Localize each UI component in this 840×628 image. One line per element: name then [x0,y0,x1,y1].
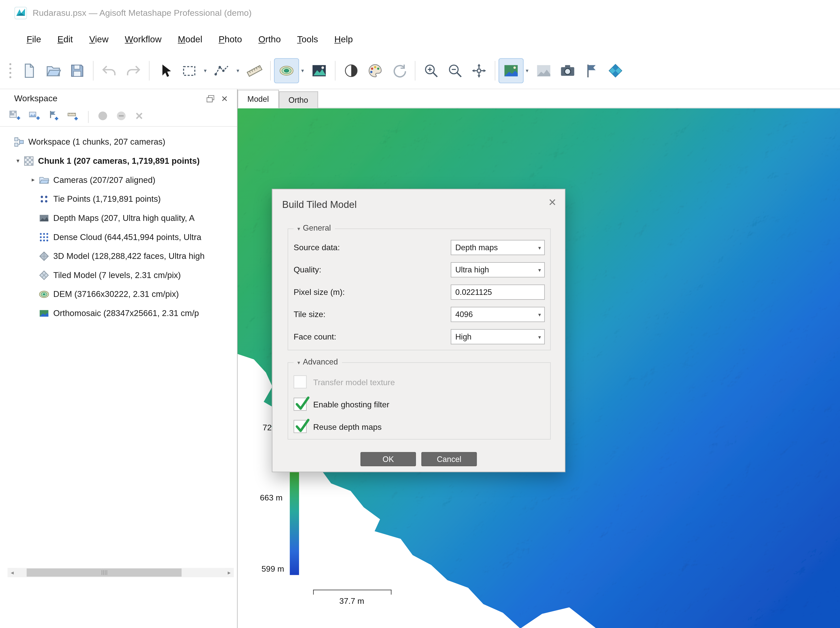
tree-item-dem[interactable]: DEM (37166x30222, 2.31 cm/pix) [0,285,237,304]
dropdown-value: High [455,332,472,341]
ruler-icon[interactable] [242,59,267,83]
tab-model[interactable]: Model [238,90,279,108]
redo-icon[interactable] [122,59,145,83]
checkbox-label: Transfer model texture [313,377,395,386]
tree-item-depth-maps[interactable]: Depth Maps (207, Ultra high quality, A [0,209,237,228]
menu-file[interactable]: File [19,31,49,48]
checkbox-label: Reuse depth maps [313,422,382,431]
close-panel-icon[interactable]: × [218,92,232,105]
scroll-left-icon[interactable]: ◄ [8,568,17,577]
tree-item-3d-model[interactable]: 3D Model (128,288,422 faces, Ultra high [0,247,237,266]
new-project-icon[interactable] [17,59,41,83]
tab-ortho[interactable]: Ortho [279,91,318,108]
tree-item-tiled-model[interactable]: Tiled Model (7 levels, 2.31 cm/pix) [0,266,237,285]
tree-item-label: Workspace (1 chunks, 207 cameras) [28,137,166,146]
palette-icon[interactable] [363,59,387,83]
expand-arrow-icon[interactable]: ▸ [29,176,37,183]
flag-icon[interactable] [579,59,603,83]
field-tile-size: Tile size: 4096▾ [294,306,545,322]
refresh-icon[interactable] [387,59,411,83]
float-panel-icon[interactable] [204,92,218,105]
seamlines-view-icon[interactable] [532,59,556,83]
menu-photo[interactable]: Photo [210,31,250,48]
tree-item-workspace[interactable]: Workspace (1 chunks, 207 cameras) [0,132,237,151]
enable-item-icon[interactable] [97,111,108,123]
tree-item-label: Tie Points (1,719,891 points) [53,194,161,204]
advanced-group-label[interactable]: ▾Advanced [294,358,342,366]
checkbox-checked-icon[interactable] [294,420,307,433]
chevron-down-icon: ▾ [538,245,541,250]
tile-size-dropdown[interactable]: 4096▾ [451,307,545,322]
tree-item-orthomosaic[interactable]: Orthomosaic (28347x25661, 2.31 cm/p [0,304,237,323]
collapse-arrow-icon[interactable]: ▾ [297,360,300,365]
tree-item-cameras[interactable]: ▸ Cameras (207/207 aligned) [0,170,237,190]
contrast-icon[interactable] [339,59,363,83]
select-arrow-icon[interactable] [153,59,177,83]
add-marker-icon[interactable] [48,110,60,124]
option-transfer-texture[interactable]: Transfer model texture [294,374,395,389]
toolbar-separator [93,61,93,81]
reset-view-icon[interactable] [603,59,627,83]
pixel-size-input[interactable] [455,288,540,296]
collapse-arrow-icon[interactable]: ▾ [297,226,300,232]
free-select-icon[interactable]: ▾ [210,59,234,83]
tree-item-dense-cloud[interactable]: Dense Cloud (644,451,994 points, Ultra [0,227,237,247]
rectangle-select-icon[interactable]: ▾ [177,59,201,83]
tree-item-label: Depth Maps (207, Ultra high quality, A [53,213,194,223]
tree-item-tie-points[interactable]: Tie Points (1,719,891 points) [0,189,237,209]
menu-edit[interactable]: Edit [49,31,81,48]
field-quality: Quality: Ultra high▾ [294,262,545,277]
menu-ortho[interactable]: Ortho [250,31,289,48]
checkbox-checked-icon[interactable] [294,398,307,411]
workspace-horizontal-scrollbar[interactable]: ◄ ► [8,568,234,577]
scrollbar-track[interactable] [17,568,224,577]
dem-shaded-view-icon[interactable]: ▾ [275,59,298,83]
collapse-arrow-icon[interactable]: ▾ [14,157,22,164]
field-pixel-size: Pixel size (m): [294,284,545,300]
general-group-label[interactable]: ▾General [294,224,335,233]
cancel-button[interactable]: Cancel [422,452,477,466]
ok-button[interactable]: OK [360,452,416,466]
zoom-in-icon[interactable] [419,59,443,83]
legend-label-high: 72 [262,423,272,432]
orthophoto-view-icon[interactable]: ▾ [499,59,523,83]
add-scalebar-icon[interactable] [67,110,79,124]
dialog-button-row: OK Cancel [272,452,565,466]
scroll-right-icon[interactable]: ► [224,568,234,577]
open-project-icon[interactable] [41,59,65,83]
cameras-folder-icon [38,174,49,185]
pixel-size-input-wrap [451,284,545,299]
face-count-dropdown[interactable]: High▾ [451,329,545,344]
add-photos-icon[interactable] [28,110,40,124]
save-icon[interactable] [65,59,89,83]
zoom-out-icon[interactable] [443,59,467,83]
menu-tools[interactable]: Tools [289,31,326,48]
menu-model[interactable]: Model [170,31,211,48]
tie-points-icon [38,193,49,204]
undo-icon[interactable] [97,59,122,83]
menu-workflow[interactable]: Workflow [117,31,170,48]
tree-item-chunk[interactable]: ▾ Chunk 1 (207 cameras, 1,719,891 points… [0,151,237,170]
field-label: Face count: [294,332,451,341]
quality-dropdown[interactable]: Ultra high▾ [451,262,545,277]
toolbar-drag-handle-icon[interactable] [5,59,15,83]
remove-item-icon[interactable] [134,111,144,123]
add-chunk-icon[interactable] [9,110,21,124]
textured-view-icon[interactable] [307,59,331,83]
option-ghosting-filter[interactable]: Enable ghosting filter [294,397,390,412]
chevron-down-icon[interactable]: ▾ [204,67,207,73]
menu-help[interactable]: Help [326,31,361,48]
source-data-dropdown[interactable]: Depth maps▾ [451,239,545,255]
menu-view[interactable]: View [81,31,117,48]
chevron-down-icon[interactable]: ▾ [526,67,529,73]
zoom-fit-icon[interactable] [467,59,491,83]
checkbox-unchecked-icon[interactable] [294,375,307,389]
scrollbar-thumb[interactable] [27,569,182,577]
capture-view-icon[interactable] [556,59,580,83]
chevron-down-icon[interactable]: ▾ [237,67,239,73]
checkbox-label: Enable ghosting filter [313,399,389,409]
disable-item-icon[interactable] [116,111,127,123]
option-reuse-depth-maps[interactable]: Reuse depth maps [294,419,382,434]
dialog-close-icon[interactable]: × [549,196,556,209]
chevron-down-icon[interactable]: ▾ [301,67,304,73]
